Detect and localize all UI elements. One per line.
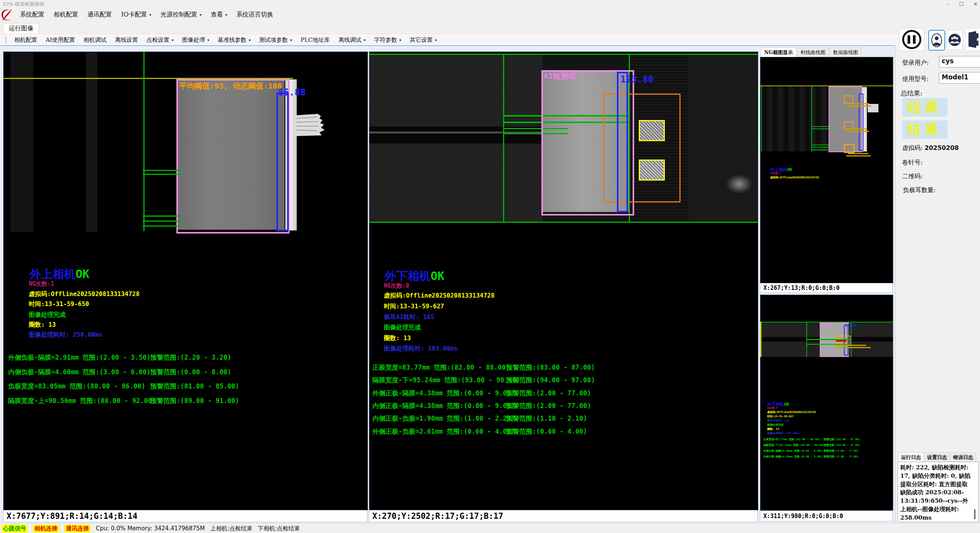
chevron-down-icon: ▾ (290, 38, 292, 42)
measure-row-text: 外侧正极-负极=2.61mm 范围:(0.60 - 4.00) (372, 427, 515, 436)
menu-item-comm-config[interactable]: 通讯配置 (83, 9, 117, 20)
left-coords-bar: X:7677;Y:891;R:14;G:14;B:14 (3, 510, 367, 522)
toolbar-item-offline-setting[interactable]: 离线设置 (111, 35, 142, 45)
maximize-icon[interactable]: ☐ (959, 1, 964, 7)
toolbar-item-plc-address[interactable]: PLC地址库 (296, 35, 334, 45)
ng-thumbnail-lower[interactable]: AI检测框 123.80 外下相机OK NG次数:0 虚拟码:Offline20… (760, 294, 893, 511)
qr-label: 二维码: (902, 173, 922, 181)
users-icon (948, 33, 961, 46)
warn-row-text: 预警范围:(2.00 - 77.00) (506, 389, 591, 398)
measure-line (811, 126, 829, 127)
toolbar-item-spot-check[interactable]: 点检设置▾ (142, 35, 178, 45)
toolbar-item-image-process[interactable]: 图像处理▾ (178, 35, 214, 45)
menu-item-light-control-config[interactable]: 光源控制配置▾ (156, 9, 206, 20)
tab-run-image[interactable]: 运行图像 (3, 23, 39, 34)
tab-error-log[interactable]: 错误日志 (950, 452, 976, 462)
login-user-field[interactable]: cys (939, 56, 980, 67)
thumb2-coords-bar: X:311;Y:980;R:0;G:0;B:0 (760, 511, 893, 521)
toolbar-item-offline-debug[interactable]: 离线调试▾ (334, 35, 370, 45)
defect-box-yellow (639, 120, 665, 141)
image-texture (762, 86, 829, 151)
mini-row: 隔膜宽度-下=95.24mm 范围:(93.00 - 98.00) (763, 443, 824, 447)
tab-ng-screenshot[interactable]: NG截图显示 (761, 48, 796, 57)
toolbar-item-camera-config[interactable]: 相机配置 (10, 35, 41, 45)
mini-row: 正极宽度=83.77mm 范围:(82.00 - 88.00) (763, 438, 820, 441)
measure-line (143, 170, 181, 171)
tab-run-log[interactable]: 运行日志 (898, 452, 924, 462)
mini-row: 外侧正极-隔膜=4.38mm 范围:(0.00 - 9.00) (763, 449, 822, 453)
tab-data-curve[interactable]: 数据曲线图 (830, 48, 862, 57)
user-icon (931, 33, 942, 48)
upper-cam-status-text: 上相机:点检结束 (210, 525, 252, 532)
measure-line (811, 150, 829, 150)
mini-annotation (835, 345, 866, 346)
model-field[interactable]: Model1 (939, 72, 980, 84)
toolbar-label: 离线调试 (338, 36, 361, 44)
menu-item-camera-config[interactable]: 相机配置 (49, 9, 83, 20)
logout-button[interactable] (965, 28, 980, 51)
menu-item-view[interactable]: 查看▾ (206, 9, 232, 20)
menu-item-language-switch[interactable]: 系统语言切换 (232, 9, 278, 20)
minimize-icon[interactable]: – (947, 1, 949, 7)
model-label: 使用型号: (902, 75, 929, 83)
chevron-down-icon: ▾ (363, 38, 365, 42)
left-camera-view[interactable]: 平均阈值:93, 动态阈值:100 85.88 外上相机OK NG次数:1 虚拟… (3, 51, 368, 511)
toolbar-item-camera-debug[interactable]: 相机调试 (79, 35, 111, 45)
menu-item-system-config[interactable]: 系统配置 (15, 9, 49, 20)
mini-annotation (848, 128, 867, 130)
warn-row-text: 预警范围:(0.00 - 8.00) (150, 368, 231, 377)
chevron-down-icon: ▾ (199, 13, 201, 17)
measure-row-text: 正极宽度=83.77mm 范围:(82.00 - 88.00) (372, 363, 510, 372)
metal-tab (294, 113, 329, 138)
status-bar: 心跳信号 相机连接 通讯连接 Cpu: 0.0% Memory: 3424.41… (0, 523, 980, 533)
ng-thumbnail-upper[interactable]: 外上相机OK NG次数:1 虚拟码:Offline202502081331347… (760, 57, 893, 284)
measure-row-text: 内侧正极-隔膜=4.38mm 范围:(0.00 - 9.00) (372, 401, 515, 410)
measure-row-text: 负极宽度=83.05mm 范围:(80.00 - 86.00) (8, 382, 145, 391)
menu-item-io-card-config[interactable]: IO卡配置▾ (117, 9, 156, 20)
mini-row: 预警范围:(94.00 - 97.00) (824, 443, 860, 447)
mini-ng-text: NG次数:1 (770, 172, 780, 175)
toolbar-item-ai-config[interactable]: AI使用配置 (41, 35, 79, 45)
toolbar-grip-handle[interactable] (5, 36, 7, 43)
frame-line (369, 222, 758, 223)
ai-box-label: AI检测框 (544, 71, 576, 81)
total-result-label: 总结果: (901, 89, 922, 98)
mini-info-line: 圈数: 13 (767, 427, 779, 431)
mini-annotation (846, 155, 871, 156)
toolbar-item-baseline-params[interactable]: 基准线参数▾ (214, 35, 255, 45)
result-ok-text: OK (76, 267, 89, 281)
menu-label: 系统配置 (20, 11, 44, 19)
toolbar-label: AI使用配置 (46, 36, 75, 44)
menu-label: 系统语言切换 (237, 11, 273, 19)
heartbeat-status-badge: 心跳信号 (2, 525, 28, 533)
cpu-memory-text: Cpu: 0.0% Memory: 3424.41796875M (96, 525, 205, 532)
measure-line (811, 128, 829, 129)
comm-link-status-badge: 通讯连接 (64, 525, 90, 533)
menu-label: IO卡配置 (121, 11, 147, 19)
toolbar-label: 点检设置 (146, 36, 169, 44)
tab-setting-log[interactable]: 设置日志 (924, 452, 950, 462)
lower-camera-view[interactable]: AI检测框 123.80 外下相机OK NG次数:0 虚拟码:Offline20… (369, 51, 758, 511)
toolbar-label: 图像处理 (182, 36, 205, 44)
result-ok-text: OK (431, 269, 444, 283)
close-icon[interactable]: ✕ (973, 1, 978, 7)
roller-label: 卷针号: (902, 159, 922, 167)
app-logo-icon (1, 8, 12, 21)
tab-material-curve[interactable]: 料线曲线图 (797, 48, 829, 57)
pause-icon (902, 30, 921, 49)
toolbar-item-other-settings[interactable]: 其它设置▾ (405, 35, 441, 45)
chevron-down-icon: ▾ (207, 38, 209, 42)
user-button[interactable] (928, 30, 945, 51)
mini-annotation (846, 131, 869, 132)
users-button[interactable] (947, 30, 963, 50)
log-scrollbar[interactable] (974, 509, 975, 519)
title-bar: CYS-视觉检测系统 – ☐ ✕ (0, 0, 980, 8)
pause-button[interactable] (899, 28, 924, 51)
toolbar-item-test-params[interactable]: 测试项参数▾ (255, 35, 296, 45)
toolbar-item-char-params[interactable]: 字符参数▾ (370, 35, 405, 45)
run-log-text[interactable]: 耗时: 222, 缺陷检测耗时: 17, 缺陷分类耗时: 0, 缺陷提取分区耗时… (898, 462, 979, 522)
measure-line (143, 225, 181, 227)
measure-row-text: 外侧负极-隔膜=2.91mm 范围:(2.00 - 3.50) (8, 353, 150, 362)
threshold-overlay-text: 平均阈值:93, 动态阈值:100 (179, 81, 282, 91)
measure-row-text: 内侧负极-隔膜=4.60mm 范围:(3.00 - 6.00) (8, 368, 150, 377)
